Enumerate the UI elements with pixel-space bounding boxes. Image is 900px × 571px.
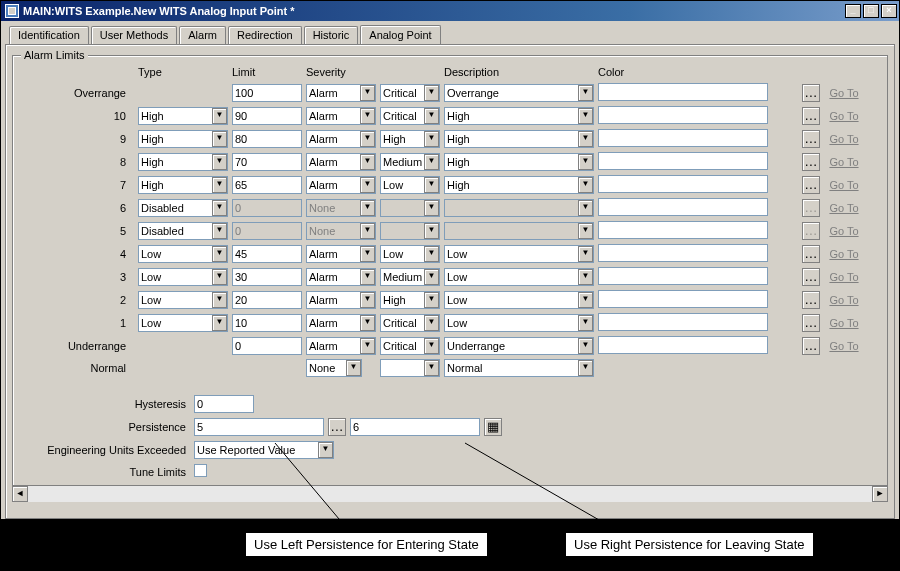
limit-input-1[interactable] (232, 314, 302, 332)
client-area: IdentificationUser MethodsAlarmRedirecti… (1, 21, 899, 519)
tab-identification[interactable]: Identification (9, 26, 89, 45)
description-select-[interactable] (444, 268, 594, 286)
goto-link-underrange[interactable]: Go To (826, 340, 862, 352)
color-box-1[interactable] (598, 313, 768, 331)
close-button[interactable]: × (881, 4, 897, 18)
dropdown-icon: ▼ (318, 442, 333, 458)
eu-exceeded-select[interactable] (194, 441, 334, 459)
description-select-[interactable] (444, 107, 594, 125)
dropdown-icon: ▼ (578, 108, 593, 124)
dropdown-icon: ▼ (360, 338, 375, 354)
color-browse-button-2[interactable]: … (802, 291, 820, 309)
tab-analog-point[interactable]: Analog Point (360, 25, 440, 44)
dropdown-icon: ▼ (212, 292, 227, 308)
description-select-[interactable] (444, 153, 594, 171)
description-select-normal[interactable] (444, 359, 594, 377)
description-select-[interactable] (444, 176, 594, 194)
color-browse-button-7[interactable]: … (802, 176, 820, 194)
dropdown-icon: ▼ (578, 246, 593, 262)
color-box-10[interactable] (598, 106, 768, 124)
dropdown-icon: ▼ (424, 177, 439, 193)
horizontal-scrollbar[interactable]: ◄ ► (12, 486, 888, 502)
row-num-6: 6 (19, 202, 134, 214)
hysteresis-label: Hysteresis (19, 398, 194, 410)
color-browse-button-overrange[interactable]: … (802, 84, 820, 102)
limit-input-4[interactable] (232, 245, 302, 263)
tab-historic[interactable]: Historic (304, 26, 359, 45)
row-num-7: 7 (19, 179, 134, 191)
color-browse-button-10[interactable]: … (802, 107, 820, 125)
color-browse-button-8[interactable]: … (802, 153, 820, 171)
hysteresis-input[interactable] (194, 395, 254, 413)
dropdown-icon: ▼ (578, 131, 593, 147)
tab-strip: IdentificationUser MethodsAlarmRedirecti… (9, 25, 895, 44)
persistence-enter-input[interactable] (194, 418, 324, 436)
maximize-button[interactable]: □ (863, 4, 879, 18)
dropdown-icon: ▼ (212, 177, 227, 193)
goto-link-overrange[interactable]: Go To (826, 87, 862, 99)
goto-link-2[interactable]: Go To (826, 294, 862, 306)
limit-input-underrange[interactable] (232, 337, 302, 355)
color-browse-button-9[interactable]: … (802, 130, 820, 148)
persistence-label: Persistence (19, 421, 194, 433)
limit-input-overrange[interactable] (232, 84, 302, 102)
persistence-leave-input[interactable] (350, 418, 480, 436)
bottom-form: Hysteresis Persistence … ▦ Engineering U… (19, 395, 881, 479)
row-label-underrange: Underrange (19, 340, 134, 352)
persistence-leave-browse-button[interactable]: ▦ (484, 418, 502, 436)
description-select-[interactable] (444, 291, 594, 309)
description-select-[interactable] (444, 245, 594, 263)
goto-link-7[interactable]: Go To (826, 179, 862, 191)
dropdown-icon: ▼ (360, 292, 375, 308)
goto-link-8[interactable]: Go To (826, 156, 862, 168)
goto-link-10[interactable]: Go To (826, 110, 862, 122)
minimize-button[interactable]: _ (845, 4, 861, 18)
dropdown-icon: ▼ (424, 269, 439, 285)
color-browse-button-3[interactable]: … (802, 268, 820, 286)
limit-input-8[interactable] (232, 153, 302, 171)
color-box-4[interactable] (598, 244, 768, 262)
row-num-3: 3 (19, 271, 134, 283)
color-box-7[interactable] (598, 175, 768, 193)
limit-input-3[interactable] (232, 268, 302, 286)
limit-input-10[interactable] (232, 107, 302, 125)
tab-alarm[interactable]: Alarm (179, 26, 226, 45)
color-box-8[interactable] (598, 152, 768, 170)
limit-input-2[interactable] (232, 291, 302, 309)
limit-input-5 (232, 222, 302, 240)
dropdown-icon: ▼ (578, 177, 593, 193)
description-select-overrange[interactable] (444, 84, 594, 102)
row-num-4: 4 (19, 248, 134, 260)
color-browse-button-underrange[interactable]: … (802, 337, 820, 355)
tune-limits-checkbox[interactable] (194, 464, 207, 477)
color-box-overrange[interactable] (598, 83, 768, 101)
goto-link-4[interactable]: Go To (826, 248, 862, 260)
goto-link-3[interactable]: Go To (826, 271, 862, 283)
limit-input-9[interactable] (232, 130, 302, 148)
dropdown-icon: ▼ (578, 338, 593, 354)
scroll-right-button[interactable]: ► (872, 486, 888, 502)
description-select-underrange[interactable] (444, 337, 594, 355)
header-description: Description (444, 66, 594, 80)
limit-input-7[interactable] (232, 176, 302, 194)
goto-link-9[interactable]: Go To (826, 133, 862, 145)
description-select-[interactable] (444, 130, 594, 148)
description-select-[interactable] (444, 314, 594, 332)
color-browse-button-4[interactable]: … (802, 245, 820, 263)
tab-user-methods[interactable]: User Methods (91, 26, 177, 45)
color-browse-button-1[interactable]: … (802, 314, 820, 332)
dropdown-icon: ▼ (424, 338, 439, 354)
color-box-3[interactable] (598, 267, 768, 285)
goto-link-1[interactable]: Go To (826, 317, 862, 329)
color-box-underrange[interactable] (598, 336, 768, 354)
tab-redirection[interactable]: Redirection (228, 26, 302, 45)
scroll-left-button[interactable]: ◄ (12, 486, 28, 502)
color-box-9[interactable] (598, 129, 768, 147)
color-box-2[interactable] (598, 290, 768, 308)
dropdown-icon: ▼ (424, 246, 439, 262)
color-box-5 (598, 221, 768, 239)
scroll-track[interactable] (28, 486, 872, 502)
dropdown-icon: ▼ (360, 246, 375, 262)
row-label-overrange: Overrange (19, 87, 134, 99)
persistence-enter-browse-button[interactable]: … (328, 418, 346, 436)
